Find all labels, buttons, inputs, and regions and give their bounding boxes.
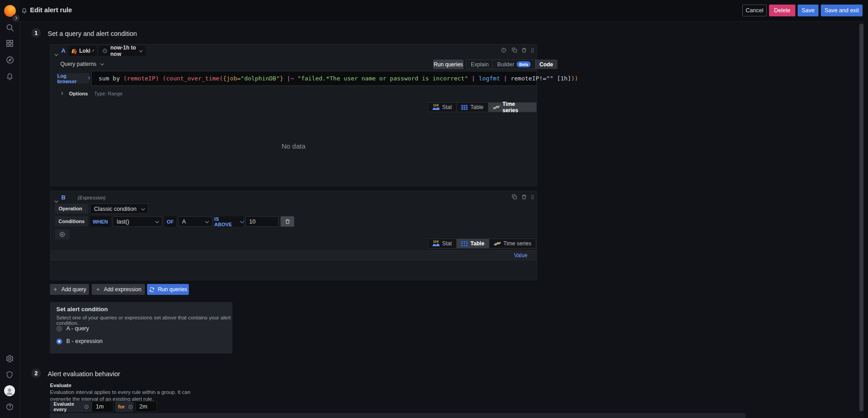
set-alert-condition-title: Set alert condition: [56, 306, 108, 313]
plus-icon: [95, 287, 101, 292]
dashboards-grid-icon[interactable]: [5, 39, 14, 48]
alerting-bell-icon[interactable]: [5, 72, 14, 81]
remove-query-trash-icon[interactable]: [521, 47, 527, 53]
explore-compass-icon[interactable]: [5, 55, 15, 65]
next-section-edge: [50, 413, 745, 418]
collapse-chevron-icon[interactable]: [55, 196, 58, 204]
drag-handle-icon[interactable]: [530, 47, 535, 54]
log-browser-button[interactable]: Log browser: [57, 73, 89, 84]
info-circle-icon: [128, 404, 133, 409]
plus-icon: [53, 287, 58, 292]
add-condition-button[interactable]: [55, 229, 69, 239]
value-column-header[interactable]: Value: [514, 252, 528, 259]
viz-stat-label: Stat: [442, 240, 452, 247]
viz-stat-tab[interactable]: 124 Stat: [428, 103, 457, 112]
evaluate-every-label-box: Evaluate every: [50, 401, 93, 412]
save-and-exit-button[interactable]: Save and exit: [821, 5, 863, 16]
alert-rule-bell-icon: [21, 7, 28, 14]
condition-option-b[interactable]: B - expression: [56, 338, 103, 344]
run-queries-button-query-a[interactable]: Run queries: [433, 60, 464, 69]
radio-selected[interactable]: [56, 338, 62, 344]
table-icon: [461, 105, 468, 110]
remove-condition-trash-icon[interactable]: [281, 216, 294, 227]
query-ref-select[interactable]: A: [178, 216, 212, 227]
for-label: for: [118, 404, 125, 409]
save-button[interactable]: Save: [798, 5, 819, 16]
evaluate-every-label: Evaluate every: [54, 401, 81, 412]
query-a-card: A Loki now-1h to now Query patterns: [50, 44, 537, 186]
viz-stat-tab[interactable]: 124 Stat: [428, 239, 457, 248]
settings-gear-icon[interactable]: [5, 354, 14, 363]
add-query-button[interactable]: Add query: [50, 284, 89, 295]
operation-label: Operation: [55, 204, 88, 214]
reducer-function-value: last(): [117, 219, 129, 225]
run-queries-button[interactable]: Run queries: [147, 284, 189, 295]
add-expression-label: Add expression: [104, 286, 142, 293]
for-input[interactable]: 2m: [135, 401, 157, 412]
step-1-number: 1: [31, 28, 41, 38]
collapse-chevron-icon[interactable]: [55, 49, 58, 57]
editor-mode-toggle: Explain Builder Beta Code: [466, 60, 557, 69]
evaluator-select[interactable]: IS ABOVE: [214, 216, 243, 227]
help-circle-icon[interactable]: [5, 403, 14, 411]
chevron-down-icon: [155, 219, 159, 223]
radio-unselected[interactable]: [56, 326, 62, 332]
options-toggle[interactable]: Options Type: Range: [60, 91, 123, 96]
evaluator-value: IS ABOVE: [214, 216, 238, 227]
chevron-down-icon: [92, 50, 94, 52]
viz-table-label: Table: [470, 240, 484, 247]
datasource-help-icon[interactable]: [501, 47, 507, 53]
sidebar-expand-button[interactable]: [12, 14, 20, 22]
plus-circle-icon: [59, 231, 65, 238]
condition-option-a[interactable]: A - query: [56, 325, 89, 332]
remove-expression-trash-icon[interactable]: [521, 194, 527, 200]
when-label: WHEN: [90, 216, 111, 227]
query-patterns-dropdown[interactable]: Query patterns: [60, 61, 104, 67]
table-icon: [461, 241, 468, 246]
threshold-input[interactable]: 10: [245, 216, 279, 227]
viz-toggle-expression-b: 124 Stat Table Time series: [428, 239, 536, 249]
viz-table-label: Table: [470, 104, 483, 110]
search-icon[interactable]: [5, 23, 15, 32]
drag-handle-icon[interactable]: [530, 194, 535, 200]
viz-timeseries-tab[interactable]: Time series: [488, 103, 536, 112]
topbar: Edit alert rule Cancel Delete Save Save …: [20, 0, 868, 22]
datasource-name: Loki: [79, 48, 91, 54]
sync-icon: [149, 287, 155, 293]
add-expression-button[interactable]: Add expression: [92, 284, 145, 295]
step-1-title: Set a query and alert condition: [48, 30, 137, 37]
log-browser-label: Log browser: [57, 73, 86, 84]
evaluate-every-input[interactable]: 1m: [92, 401, 113, 412]
admin-shield-icon[interactable]: [5, 370, 14, 379]
for-label-box: for: [115, 401, 133, 412]
evaluate-description: Evaluation interval applies to every rul…: [50, 389, 207, 402]
user-avatar[interactable]: [4, 385, 15, 396]
step-2-number: 2: [31, 368, 41, 378]
operation-select[interactable]: Classic condition: [90, 204, 148, 214]
mode-builder[interactable]: Builder Beta: [493, 60, 535, 69]
chevron-down-icon: [141, 206, 145, 210]
duplicate-query-icon[interactable]: [512, 47, 518, 53]
viz-timeseries-tab[interactable]: Time series: [489, 239, 536, 248]
viz-table-tab[interactable]: Table: [457, 103, 488, 112]
scrollbar-gutter: [864, 21, 868, 418]
duplicate-expression-icon[interactable]: [512, 194, 518, 200]
viz-timeseries-label: Time series: [503, 240, 532, 247]
run-queries-label: Run queries: [158, 286, 187, 293]
delete-button[interactable]: Delete: [769, 5, 795, 16]
scrollbar-thumb[interactable]: [859, 24, 863, 411]
mode-explain[interactable]: Explain: [467, 60, 493, 69]
viz-table-tab[interactable]: Table: [457, 239, 489, 248]
mode-code[interactable]: Code: [535, 60, 557, 69]
reducer-function-select[interactable]: last(): [113, 216, 163, 227]
no-data-message: No data: [50, 142, 537, 150]
cancel-button[interactable]: Cancel: [742, 5, 767, 16]
chevron-down-icon: [205, 219, 209, 223]
time-range-picker[interactable]: now-1h to now: [99, 46, 146, 56]
stat-icon: 124: [433, 241, 439, 246]
query-patterns-label: Query patterns: [60, 61, 96, 67]
query-ref-value: A: [182, 219, 186, 225]
loki-query-input[interactable]: sum by (remoteIP) (count_over_time({job=…: [91, 71, 537, 86]
expression-kind-label: (Expression): [78, 195, 106, 200]
datasource-picker[interactable]: Loki: [69, 46, 97, 56]
